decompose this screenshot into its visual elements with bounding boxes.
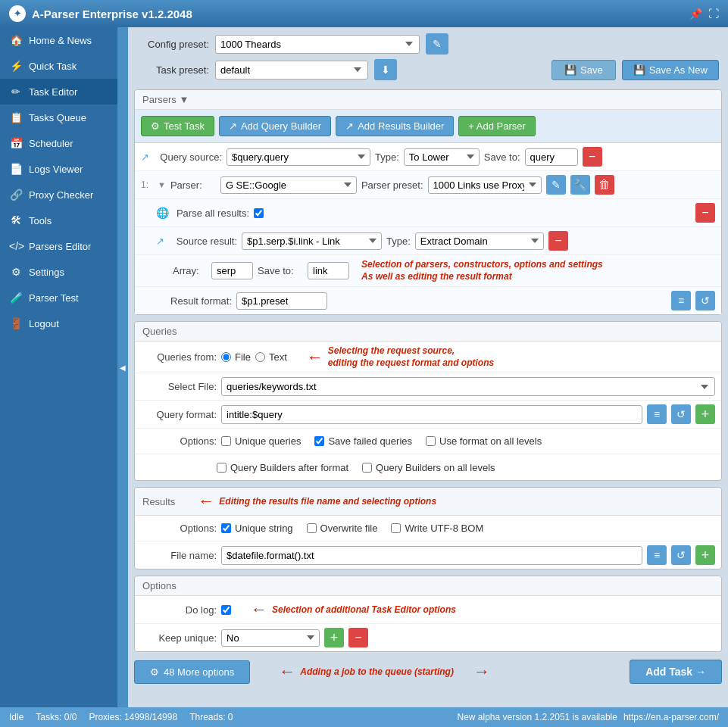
- result-format-undo-btn[interactable]: ↺: [695, 291, 715, 310]
- parsers-editor-icon: </>: [9, 240, 23, 252]
- keep-unique-add-btn[interactable]: +: [324, 628, 344, 647]
- write-utf8-checkbox[interactable]: [391, 523, 401, 533]
- config-preset-edit-btn[interactable]: ✎: [426, 33, 448, 55]
- unique-string-checkbox[interactable]: [221, 523, 231, 533]
- unique-string-label[interactable]: Unique string: [221, 523, 293, 534]
- query-format-menu-btn[interactable]: ≡: [647, 404, 667, 424]
- save-as-new-btn[interactable]: 💾 Save As New: [622, 60, 719, 80]
- sidebar-item-tasks-queue[interactable]: 📋 Tasks Queue: [0, 105, 117, 130]
- type-select-qs[interactable]: To Lower: [404, 148, 480, 166]
- add-parser-btn[interactable]: + Add Parser: [458, 116, 536, 136]
- logout-icon: 🚪: [9, 317, 23, 329]
- sidebar-item-parser-test[interactable]: 🧪 Parser Test: [0, 285, 117, 310]
- add-results-builder-btn[interactable]: ↗ Add Results Builder: [336, 116, 454, 136]
- expand-icon[interactable]: ⛶: [708, 8, 719, 20]
- parser-edit-btn[interactable]: ✎: [546, 175, 566, 195]
- task-preset-download-btn[interactable]: ⬇: [374, 59, 397, 80]
- parse-all-remove-btn[interactable]: −: [695, 203, 715, 223]
- qb-after-label[interactable]: Query Builders after format: [217, 462, 348, 473]
- parser-preset-select[interactable]: 1000 Links use Proxy: [428, 176, 542, 194]
- config-preset-select[interactable]: 1000 Theards: [215, 35, 420, 54]
- result-format-input[interactable]: [236, 292, 327, 310]
- qb-all-label[interactable]: Query Builders on all levels: [362, 462, 495, 473]
- sidebar-item-parsers-editor[interactable]: </> Parsers Editor: [0, 233, 117, 259]
- more-options-btn[interactable]: ⚙ 48 More options: [134, 660, 250, 684]
- file-name-undo-btn[interactable]: ↺: [671, 545, 691, 565]
- parse-all-checkbox[interactable]: [254, 208, 264, 218]
- result-format-menu-btn[interactable]: ≡: [671, 291, 691, 310]
- sidebar-item-task-editor[interactable]: ✏ Task Editor: [0, 79, 117, 105]
- test-task-btn[interactable]: ⚙ Test Task: [141, 116, 214, 136]
- sidebar-item-scheduler[interactable]: 📅 Scheduler: [0, 130, 117, 156]
- unique-queries-checkbox[interactable]: [221, 436, 231, 446]
- sidebar-item-logout[interactable]: 🚪 Logout: [0, 310, 117, 336]
- file-name-add-btn[interactable]: +: [695, 545, 715, 565]
- save-as-new-icon: 💾: [633, 64, 645, 76]
- array-input[interactable]: [211, 262, 253, 279]
- overwrite-file-label[interactable]: Overwrite file: [307, 523, 378, 534]
- use-format-text: Use format on all levels: [439, 435, 542, 447]
- save-to-input-qs[interactable]: [525, 148, 578, 166]
- keep-unique-remove-btn[interactable]: −: [348, 628, 368, 647]
- file-name-menu-btn[interactable]: ≡: [647, 545, 667, 565]
- add-task-btn[interactable]: Add Task →: [630, 660, 722, 684]
- sidebar-item-quick-task[interactable]: ⚡ Quick Task: [0, 53, 117, 79]
- parser-select[interactable]: G SE::Google: [220, 176, 357, 194]
- source-result-select[interactable]: $p1.serp.$i.link - Link: [242, 232, 382, 250]
- task-preset-select[interactable]: default: [215, 61, 368, 80]
- qb-after-checkbox[interactable]: [217, 463, 227, 473]
- parsers-toolbar: ⚙ Test Task ↗ Add Query Builder ↗ Add Re…: [135, 110, 721, 143]
- sidebar-item-tools[interactable]: 🛠 Tools: [0, 207, 117, 233]
- sidebar-label-settings: Settings: [29, 267, 64, 278]
- sidebar-item-logs-viewer[interactable]: 📄 Logs Viewer: [0, 156, 117, 182]
- array-save-to-input[interactable]: [308, 262, 349, 279]
- logs-icon: 📄: [9, 163, 23, 175]
- keep-unique-select[interactable]: No: [221, 629, 320, 647]
- save-failed-label[interactable]: Save failed queries: [314, 435, 412, 447]
- text-radio[interactable]: [255, 352, 265, 362]
- parser-wrench-btn[interactable]: 🔧: [570, 175, 590, 195]
- pin-icon[interactable]: 📌: [689, 8, 702, 20]
- update-url[interactable]: https://en.a-parser.com/: [623, 712, 719, 722]
- text-radio-label[interactable]: Text: [255, 351, 287, 363]
- source-result-remove-btn[interactable]: −: [548, 231, 568, 251]
- add-parser-label: + Add Parser: [468, 120, 526, 132]
- write-utf8-label[interactable]: Write UTF-8 BOM: [391, 523, 483, 534]
- more-options-label: 48 More options: [164, 666, 234, 678]
- do-log-checkbox[interactable]: [221, 605, 231, 615]
- save-btn[interactable]: 💾 Save: [551, 60, 616, 80]
- file-name-input[interactable]: [221, 546, 642, 565]
- sidebar-item-settings[interactable]: ⚙ Settings: [0, 259, 117, 285]
- query-format-undo-btn[interactable]: ↺: [671, 404, 691, 424]
- add-query-builder-btn[interactable]: ↗ Add Query Builder: [219, 116, 331, 136]
- select-file-select[interactable]: queries/keywords.txt: [221, 377, 715, 396]
- keep-unique-row: Keep unique: No + −: [135, 624, 721, 651]
- overwrite-file-checkbox[interactable]: [307, 523, 317, 533]
- remove-qs-btn[interactable]: −: [583, 147, 602, 167]
- unique-queries-text: Unique queries: [235, 435, 301, 447]
- sidebar-item-home-news[interactable]: 🏠 Home & News: [0, 27, 117, 53]
- scheduler-icon: 📅: [9, 137, 23, 149]
- annotation3-text: Editing the results file name and select…: [219, 496, 436, 508]
- parser-delete-btn[interactable]: 🗑: [595, 175, 614, 195]
- sidebar-label-scheduler: Scheduler: [29, 138, 73, 149]
- source-result-label: Source result:: [169, 236, 237, 247]
- query-format-input[interactable]: [221, 405, 642, 424]
- file-radio[interactable]: [221, 352, 231, 362]
- qb-all-checkbox[interactable]: [362, 463, 372, 473]
- sidebar-item-proxy-checker[interactable]: 🔗 Proxy Checker: [0, 182, 117, 207]
- query-format-add-btn[interactable]: +: [695, 404, 715, 424]
- save-failed-checkbox[interactable]: [314, 436, 324, 446]
- file-radio-label[interactable]: File: [221, 351, 251, 363]
- type-label-sr: Type:: [386, 236, 411, 247]
- use-format-checkbox[interactable]: [426, 436, 436, 446]
- unique-queries-label[interactable]: Unique queries: [221, 435, 301, 447]
- use-format-label[interactable]: Use format on all levels: [426, 435, 542, 447]
- query-source-select[interactable]: $query.query: [227, 148, 370, 166]
- parsers-label: Parsers: [142, 94, 177, 105]
- type-select-sr[interactable]: Extract Domain: [415, 232, 544, 250]
- results-label: Results: [142, 496, 175, 507]
- parse-all-icon: 🌐: [156, 207, 169, 219]
- sidebar-collapse-btn[interactable]: ◀: [117, 27, 128, 707]
- add-results-label: Add Results Builder: [358, 120, 444, 132]
